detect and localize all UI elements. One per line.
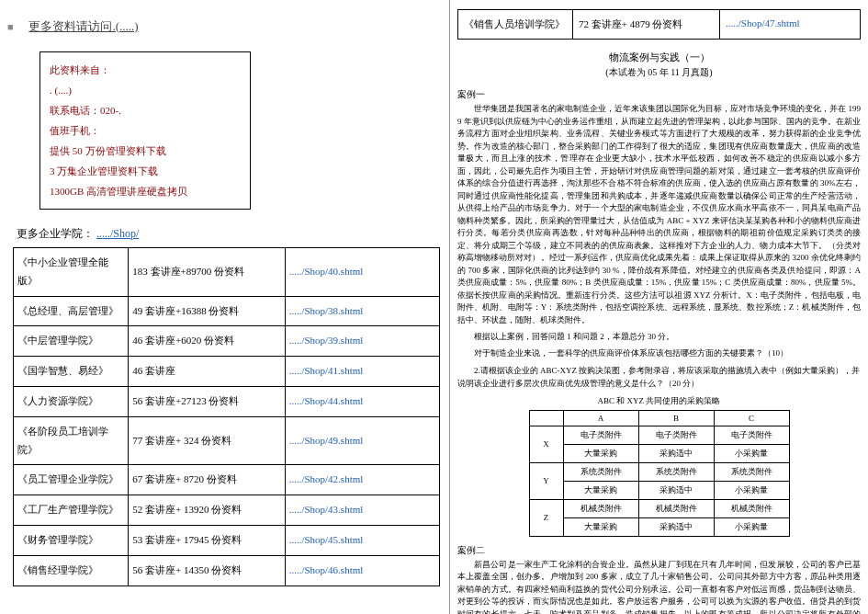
case2-label: 案例二	[457, 544, 861, 557]
top-row-link[interactable]: ...../Shop/47.shtml	[720, 10, 860, 39]
course-count: 56 套讲座+ 14350 份资料	[129, 555, 285, 586]
table-row: 《中小企业管理全能版》183 套讲座+89700 份资料...../Shop/4…	[14, 248, 440, 297]
course-name: 《中层管理学院》	[14, 326, 129, 357]
matrix-cell: 机械类附件	[714, 499, 789, 517]
course-link[interactable]: ...../Shop/40.shtml	[285, 248, 439, 297]
matrix-cell: 电子类附件	[638, 426, 714, 444]
course-name: 《销售经理学院》	[14, 555, 129, 586]
table-row: 《国学智慧、易经》46 套讲座...../Shop/41.shtml	[14, 357, 440, 387]
course-count: 52 套讲座+ 13920 份资料	[129, 495, 285, 526]
info-line: 1300GB 高清管理讲座硬盘拷贝	[50, 181, 241, 201]
course-link[interactable]: ...../Shop/43.shtml	[285, 495, 439, 526]
matrix-corner	[529, 410, 563, 426]
course-name: 《工厂生产管理学院》	[14, 495, 129, 526]
table-row: 《工厂生产管理学院》52 套讲座+ 13920 份资料...../Shop/43…	[14, 495, 440, 526]
case1-paragraph: 世华集团是我国著名的家电制造企业，近年来该集团以国际化为目标，应对市场竞争环境的…	[457, 103, 861, 326]
course-link[interactable]: ...../Shop/38.shtml	[285, 296, 439, 326]
course-link[interactable]: ...../Shop/49.shtml	[285, 416, 439, 465]
table-row: 《人力资源学院》56 套讲座+27123 份资料...../Shop/44.sh…	[14, 386, 440, 416]
top-row: 《销售人员培训学院》 72 套讲座+ 4879 份资料 ...../Shop/4…	[457, 9, 861, 40]
course-name: 《人力资源学院》	[14, 386, 129, 416]
matrix-cell: 机械类附件	[563, 499, 638, 517]
case2-paragraph: 新昌公司是一家生产工化涂料的合资企业。虽然从建厂到现在只有几年时间，但发展较，公…	[457, 559, 861, 614]
shop-header-link[interactable]: ...../Shop/	[96, 227, 139, 240]
course-count: 46 套讲座	[129, 357, 285, 387]
course-link[interactable]: ...../Shop/46.shtml	[285, 555, 439, 586]
matrix-row-header: Z	[529, 499, 563, 536]
course-count: 77 套讲座+ 324 份资料	[129, 416, 285, 465]
matrix-cell: 电子类附件	[563, 426, 638, 444]
question-intro: 根据以上案例，回答问题 1 和问题 2，本题总分 30 分。	[457, 330, 861, 343]
matrix-row-header: X	[529, 426, 563, 462]
course-name: 《员工管理企业学院》	[14, 465, 129, 495]
course-name: 《财务管理学院》	[14, 525, 129, 555]
matrix-col-b: B	[638, 410, 714, 426]
table-row: 《总经理、高层管理》49 套讲座+16388 份资料...../Shop/38.…	[14, 296, 440, 326]
course-link[interactable]: ...../Shop/44.shtml	[285, 386, 439, 416]
course-count: 53 套讲座+ 17945 份资料	[129, 525, 285, 555]
matrix-cell: 系统类附件	[714, 462, 789, 481]
matrix-cell: 采购适中	[638, 444, 714, 462]
info-line: 此资料来自：	[50, 60, 241, 80]
top-row-title: 《销售人员培训学院》	[458, 10, 573, 39]
course-count: 183 套讲座+89700 份资料	[129, 248, 285, 297]
more-link-text[interactable]: 更多资料请访问.(.....)	[28, 18, 138, 35]
matrix-cell: 采购适中	[638, 481, 714, 499]
matrix-row-header: Y	[529, 462, 563, 499]
course-name: 《总经理、高层管理》	[14, 296, 129, 326]
more-materials-link[interactable]: ■ 更多资料请访问.(.....)	[7, 9, 442, 51]
doc-title: 物流案例与实践（一）	[457, 51, 861, 64]
course-count: 46 套讲座+6020 份资料	[129, 326, 285, 357]
course-link[interactable]: ...../Shop/42.shtml	[285, 465, 439, 495]
table-row: 《各阶段员工培训学院》77 套讲座+ 324 份资料...../Shop/49.…	[14, 416, 440, 465]
course-count: 67 套讲座+ 8720 份资料	[129, 465, 285, 495]
table-row: 《员工管理企业学院》67 套讲座+ 8720 份资料...../Shop/42.…	[14, 465, 440, 495]
matrix-col-c: C	[714, 410, 789, 426]
matrix-col-a: A	[563, 410, 638, 426]
left-column: ■ 更多资料请访问.(.....) 此资料来自： . (....) 联系电话：0…	[0, 0, 450, 614]
abc-xyz-matrix: A B C X电子类附件电子类附件电子类附件大量采购采购适中小采购量Y系统类附件…	[529, 410, 790, 537]
table-row: 《财务管理学院》53 套讲座+ 17945 份资料...../Shop/45.s…	[14, 525, 440, 555]
course-name: 《中小企业管理全能版》	[14, 248, 129, 297]
course-count: 49 套讲座+16388 份资料	[129, 296, 285, 326]
top-row-count: 72 套讲座+ 4879 份资料	[573, 10, 720, 39]
course-name: 《各阶段员工培训学院》	[14, 416, 129, 465]
bullet-icon: ■	[7, 21, 14, 32]
source-info-box: 此资料来自： . (....) 联系电话：020-. 值班手机： 提供 50 万…	[39, 51, 251, 210]
info-line: 值班手机：	[50, 120, 241, 141]
course-table: 《中小企业管理全能版》183 套讲座+89700 份资料...../Shop/4…	[13, 247, 440, 586]
matrix-cell: 电子类附件	[714, 426, 789, 444]
right-column: 《销售人员培训学院》 72 套讲座+ 4879 份资料 ...../Shop/4…	[450, 0, 868, 614]
info-line: . (....)	[50, 80, 241, 100]
course-link[interactable]: ...../Shop/39.shtml	[285, 326, 439, 357]
matrix-cell: 机械类附件	[638, 499, 714, 517]
question-2: 2.请根据该企业的 ABC-XYZ 按购决策图，参考附录容，将应该采取的措施填入…	[457, 364, 861, 391]
matrix-cell: 小采购量	[714, 517, 789, 536]
matrix-cell: 大量采购	[563, 444, 638, 462]
course-count: 56 套讲座+27123 份资料	[129, 386, 285, 416]
matrix-cell: 小采购量	[714, 481, 789, 499]
info-line: 提供 50 万份管理资料下载	[50, 141, 241, 161]
matrix-cell: 大量采购	[563, 481, 638, 499]
table-row: 《销售经理学院》56 套讲座+ 14350 份资料...../Shop/46.s…	[14, 555, 440, 586]
course-link[interactable]: ...../Shop/45.shtml	[285, 525, 439, 555]
case1-label: 案例一	[457, 88, 861, 101]
matrix-cell: 小采购量	[714, 444, 789, 462]
shop-header-label: 更多企业学院：	[17, 227, 94, 240]
doc-subtitle: (本试卷为 05 年 11 月真题)	[457, 66, 861, 79]
info-line: 联系电话：020-.	[50, 100, 241, 120]
question-1: 对于制造企业来说，一套科学的供应商评价体系应该包括哪些方面的关键要素？（10）	[457, 347, 861, 359]
course-link[interactable]: ...../Shop/41.shtml	[285, 357, 439, 387]
shop-header: 更多企业学院： ...../Shop/	[17, 226, 442, 242]
info-line: 3 万集企业管理资料下载	[50, 161, 241, 181]
matrix-cell: 系统类附件	[563, 462, 638, 481]
course-name: 《国学智慧、易经》	[14, 357, 129, 387]
table-row: 《中层管理学院》46 套讲座+6020 份资料...../Shop/39.sht…	[14, 326, 440, 357]
matrix-cell: 系统类附件	[638, 462, 714, 481]
matrix-title: ABC 和 XYZ 共同使用的采购策略	[457, 395, 861, 407]
matrix-cell: 大量采购	[563, 517, 638, 536]
matrix-cell: 采购适中	[638, 517, 714, 536]
